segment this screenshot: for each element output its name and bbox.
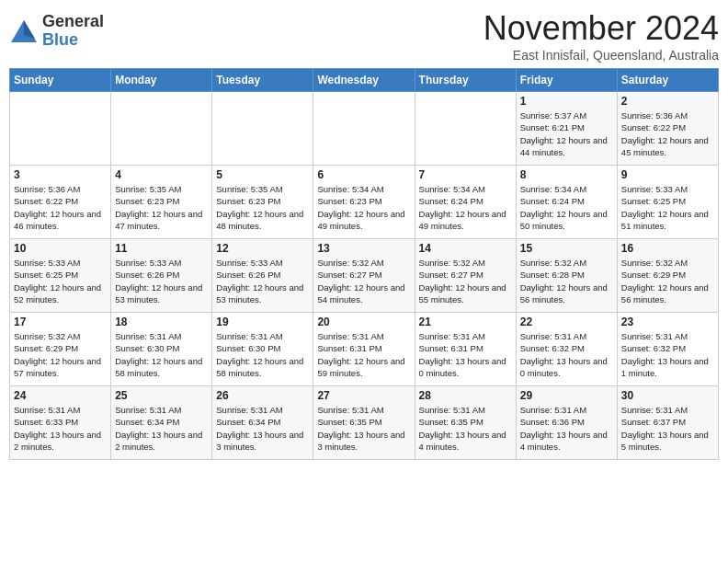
day-info: Sunrise: 5:31 AM Sunset: 6:34 PM Dayligh… (216, 404, 309, 453)
day-number: 19 (216, 316, 309, 328)
day-number: 1 (520, 95, 613, 108)
day-info: Sunrise: 5:35 AM Sunset: 6:23 PM Dayligh… (115, 183, 208, 232)
calendar-cell: 21Sunrise: 5:31 AM Sunset: 6:31 PM Dayli… (415, 313, 516, 386)
day-number: 24 (14, 389, 107, 402)
calendar-cell: 22Sunrise: 5:31 AM Sunset: 6:32 PM Dayli… (516, 313, 617, 386)
day-info: Sunrise: 5:31 AM Sunset: 6:36 PM Dayligh… (520, 404, 613, 453)
page-header: General Blue November 2024 East Innisfai… (9, 9, 719, 63)
logo-icon (9, 17, 39, 46)
day-info: Sunrise: 5:34 AM Sunset: 6:24 PM Dayligh… (419, 183, 512, 232)
logo-general-text: General (42, 13, 104, 31)
day-info: Sunrise: 5:31 AM Sunset: 6:32 PM Dayligh… (520, 330, 613, 379)
day-info: Sunrise: 5:32 AM Sunset: 6:27 PM Dayligh… (317, 257, 410, 305)
day-info: Sunrise: 5:33 AM Sunset: 6:26 PM Dayligh… (115, 257, 208, 305)
calendar-cell: 2Sunrise: 5:36 AM Sunset: 6:22 PM Daylig… (617, 92, 718, 166)
calendar-cell (212, 92, 313, 166)
calendar-cell (10, 92, 111, 166)
day-number: 18 (115, 316, 208, 328)
day-info: Sunrise: 5:31 AM Sunset: 6:35 PM Dayligh… (419, 404, 512, 453)
calendar-cell: 10Sunrise: 5:33 AM Sunset: 6:25 PM Dayli… (10, 239, 111, 313)
day-number: 12 (216, 242, 309, 255)
calendar-cell: 5Sunrise: 5:35 AM Sunset: 6:23 PM Daylig… (212, 166, 313, 239)
calendar-cell: 24Sunrise: 5:31 AM Sunset: 6:33 PM Dayli… (10, 386, 111, 460)
day-info: Sunrise: 5:31 AM Sunset: 6:34 PM Dayligh… (115, 404, 208, 453)
day-info: Sunrise: 5:31 AM Sunset: 6:30 PM Dayligh… (216, 330, 309, 379)
day-info: Sunrise: 5:31 AM Sunset: 6:33 PM Dayligh… (14, 404, 107, 453)
day-info: Sunrise: 5:33 AM Sunset: 6:25 PM Dayligh… (14, 257, 107, 305)
day-number: 4 (115, 168, 208, 181)
day-header-friday: Friday (516, 69, 617, 92)
calendar-cell: 11Sunrise: 5:33 AM Sunset: 6:26 PM Dayli… (111, 239, 212, 313)
calendar-cell: 6Sunrise: 5:34 AM Sunset: 6:23 PM Daylig… (313, 166, 415, 239)
title-block: November 2024 East Innisfail, Queensland… (483, 9, 719, 63)
day-info: Sunrise: 5:31 AM Sunset: 6:31 PM Dayligh… (419, 330, 512, 379)
subtitle: East Innisfail, Queensland, Australia (483, 48, 719, 63)
day-number: 11 (115, 242, 208, 255)
calendar-cell (111, 92, 212, 166)
calendar-cell: 30Sunrise: 5:31 AM Sunset: 6:37 PM Dayli… (617, 386, 718, 460)
day-number: 15 (520, 242, 613, 255)
calendar-cell: 8Sunrise: 5:34 AM Sunset: 6:24 PM Daylig… (516, 166, 617, 239)
day-info: Sunrise: 5:33 AM Sunset: 6:25 PM Dayligh… (621, 183, 714, 232)
day-info: Sunrise: 5:34 AM Sunset: 6:24 PM Dayligh… (520, 183, 613, 232)
day-number: 8 (520, 168, 613, 181)
day-number: 2 (621, 95, 714, 108)
day-number: 16 (621, 242, 714, 255)
day-info: Sunrise: 5:31 AM Sunset: 6:32 PM Dayligh… (621, 330, 714, 379)
calendar-cell: 13Sunrise: 5:32 AM Sunset: 6:27 PM Dayli… (313, 239, 415, 313)
day-number: 29 (520, 389, 613, 402)
day-number: 23 (621, 316, 714, 328)
day-number: 14 (419, 242, 512, 255)
day-header-tuesday: Tuesday (212, 69, 313, 92)
day-number: 9 (621, 168, 714, 181)
calendar-table: SundayMondayTuesdayWednesdayThursdayFrid… (9, 68, 719, 460)
day-info: Sunrise: 5:31 AM Sunset: 6:31 PM Dayligh… (317, 330, 410, 379)
calendar-cell (313, 92, 415, 166)
day-number: 25 (115, 389, 208, 402)
day-number: 22 (520, 316, 613, 328)
calendar-cell: 19Sunrise: 5:31 AM Sunset: 6:30 PM Dayli… (212, 313, 313, 386)
calendar-cell: 9Sunrise: 5:33 AM Sunset: 6:25 PM Daylig… (617, 166, 718, 239)
week-row-3: 10Sunrise: 5:33 AM Sunset: 6:25 PM Dayli… (10, 239, 719, 313)
day-info: Sunrise: 5:34 AM Sunset: 6:23 PM Dayligh… (317, 183, 410, 232)
logo: General Blue (9, 13, 104, 50)
day-info: Sunrise: 5:31 AM Sunset: 6:37 PM Dayligh… (621, 404, 714, 453)
day-number: 27 (317, 389, 410, 402)
day-info: Sunrise: 5:32 AM Sunset: 6:29 PM Dayligh… (621, 257, 714, 305)
calendar-cell: 3Sunrise: 5:36 AM Sunset: 6:22 PM Daylig… (10, 166, 111, 239)
day-info: Sunrise: 5:36 AM Sunset: 6:22 PM Dayligh… (621, 109, 714, 158)
day-info: Sunrise: 5:32 AM Sunset: 6:27 PM Dayligh… (419, 257, 512, 305)
day-info: Sunrise: 5:31 AM Sunset: 6:35 PM Dayligh… (317, 404, 410, 453)
day-header-wednesday: Wednesday (313, 69, 415, 92)
day-number: 21 (419, 316, 512, 328)
week-row-5: 24Sunrise: 5:31 AM Sunset: 6:33 PM Dayli… (10, 386, 719, 460)
calendar-cell: 16Sunrise: 5:32 AM Sunset: 6:29 PM Dayli… (617, 239, 718, 313)
day-number: 30 (621, 389, 714, 402)
header-row: SundayMondayTuesdayWednesdayThursdayFrid… (10, 69, 719, 92)
day-info: Sunrise: 5:36 AM Sunset: 6:22 PM Dayligh… (14, 183, 107, 232)
week-row-1: 1Sunrise: 5:37 AM Sunset: 6:21 PM Daylig… (10, 92, 719, 166)
day-number: 3 (14, 168, 107, 181)
day-number: 10 (14, 242, 107, 255)
calendar-cell: 18Sunrise: 5:31 AM Sunset: 6:30 PM Dayli… (111, 313, 212, 386)
day-info: Sunrise: 5:37 AM Sunset: 6:21 PM Dayligh… (520, 109, 613, 158)
day-number: 5 (216, 168, 309, 181)
calendar-cell: 27Sunrise: 5:31 AM Sunset: 6:35 PM Dayli… (313, 386, 415, 460)
month-title: November 2024 (483, 9, 719, 48)
calendar-cell: 14Sunrise: 5:32 AM Sunset: 6:27 PM Dayli… (415, 239, 516, 313)
calendar-cell: 29Sunrise: 5:31 AM Sunset: 6:36 PM Dayli… (516, 386, 617, 460)
day-info: Sunrise: 5:35 AM Sunset: 6:23 PM Dayligh… (216, 183, 309, 232)
calendar-cell: 20Sunrise: 5:31 AM Sunset: 6:31 PM Dayli… (313, 313, 415, 386)
calendar-cell: 17Sunrise: 5:32 AM Sunset: 6:29 PM Dayli… (10, 313, 111, 386)
calendar-cell: 25Sunrise: 5:31 AM Sunset: 6:34 PM Dayli… (111, 386, 212, 460)
calendar-cell: 1Sunrise: 5:37 AM Sunset: 6:21 PM Daylig… (516, 92, 617, 166)
calendar-cell (415, 92, 516, 166)
day-number: 6 (317, 168, 410, 181)
day-number: 20 (317, 316, 410, 328)
calendar-cell: 12Sunrise: 5:33 AM Sunset: 6:26 PM Dayli… (212, 239, 313, 313)
day-info: Sunrise: 5:32 AM Sunset: 6:29 PM Dayligh… (14, 330, 107, 379)
calendar-cell: 26Sunrise: 5:31 AM Sunset: 6:34 PM Dayli… (212, 386, 313, 460)
day-number: 26 (216, 389, 309, 402)
logo-blue-text: Blue (42, 31, 104, 50)
day-number: 17 (14, 316, 107, 328)
